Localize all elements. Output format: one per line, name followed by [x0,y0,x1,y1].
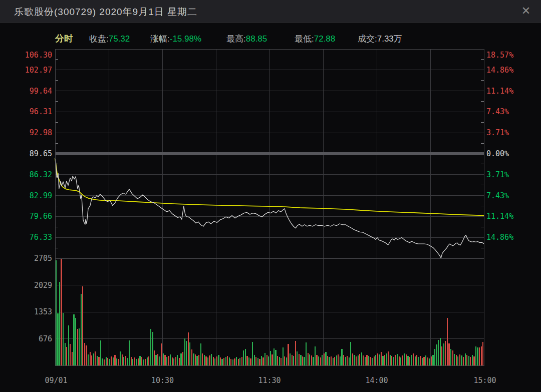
volume-bar [349,357,350,365]
volume-bar [334,357,335,365]
volume-bar [416,355,417,365]
volume-bar [443,343,444,365]
volume-bar [352,353,353,366]
volume-bar [155,355,156,365]
volume-bar [397,354,398,365]
y-axis-price-label: 92.98 [0,129,52,137]
volume-bar [57,313,58,365]
volume-bar [239,358,240,365]
volume-bar [230,359,231,366]
volume-bar [441,346,442,365]
volume-bar [288,344,289,365]
volume-bar [261,356,262,365]
volume-bar [472,355,473,365]
volume-bar [466,355,467,365]
volume-bar [180,353,181,365]
volume-bar [73,314,74,365]
volume-bar [163,353,164,366]
volume-bar [56,260,57,366]
volume-bar [75,318,76,365]
volume-bar [318,356,319,365]
volume-bar [114,355,115,365]
volume-bar [104,359,105,365]
volume-bar [81,294,82,365]
volume-bar [331,356,332,365]
volume-bar [336,355,337,365]
volume-bar [459,354,460,365]
volume-bar [384,355,385,365]
x-axis-time-label: 14:00 [365,376,388,385]
volume-bar [347,356,348,365]
volume-bar [168,356,169,365]
volume-bar [141,357,142,365]
volume-bar [84,343,85,365]
volume-bar [200,343,201,365]
volume-bar [125,356,126,365]
volume-bar [465,353,466,366]
y-axis-percent-label: 3.71% [486,129,509,137]
y-axis-percent-label: 11.14% [486,87,513,95]
volume-bar [368,356,369,365]
volume-bar [159,356,160,365]
volume-bar [477,347,478,365]
volume-bar [279,357,280,365]
volume-bar [154,350,155,365]
volume-bar [161,343,162,365]
volume-bar [150,329,151,365]
volume-bar [238,359,239,365]
volume-bar [257,358,258,365]
volume-bar [72,352,73,365]
volume-bar [127,358,128,365]
volume-bar [250,358,251,365]
volume-bar [220,357,221,365]
y-axis-price-label: 96.31 [0,108,52,116]
volume-bar [234,358,235,365]
volume-bar [363,355,364,365]
volume-bar [270,351,271,365]
volume-bar [98,357,99,365]
volume-bar [388,351,389,365]
volume-bar [275,350,276,365]
volume-bar [300,355,301,365]
volume-bar [413,353,414,365]
x-axis-time-label: 09/01 [45,376,67,385]
volume-bar [456,355,457,365]
volume-bar [134,357,135,365]
volume-bar [457,356,458,365]
volume-bar [313,357,314,365]
volume-bar [358,355,359,365]
volume-bar [157,354,158,365]
volume-bar [315,346,316,365]
volume-bar [427,357,428,365]
volume-bar [82,286,83,365]
y-axis-price-label: 79.66 [0,212,52,220]
x-axis-time-label: 10:30 [151,376,174,385]
volume-bar [468,356,469,365]
volume-bar [470,357,471,365]
volume-bar [322,355,323,365]
intraday-chart [0,0,541,392]
volume-bar [425,355,426,365]
grid-lines [55,49,484,365]
x-axis-time-label: 11:30 [258,376,281,385]
volume-axis-label: 676 [0,335,52,343]
volume-bar [63,313,64,365]
volume-bar [65,343,66,365]
y-axis-percent-label: 3.71% [486,171,509,179]
volume-bar [207,357,208,365]
volume-bar [377,353,378,366]
volume-bar [366,355,367,365]
volume-bar [111,356,112,365]
volume-bar [77,329,78,365]
volume-bar [286,357,287,365]
volume-bar [448,343,449,365]
volume-bar [164,355,165,365]
volume-bar [350,342,351,365]
volume-bar [252,342,253,366]
volume-bar [172,357,173,365]
y-axis-percent-label: 0.00% [486,150,509,158]
volume-bar [245,349,246,365]
volume-bar [118,359,119,365]
volume-bar [173,358,174,365]
volume-bar [329,357,330,365]
